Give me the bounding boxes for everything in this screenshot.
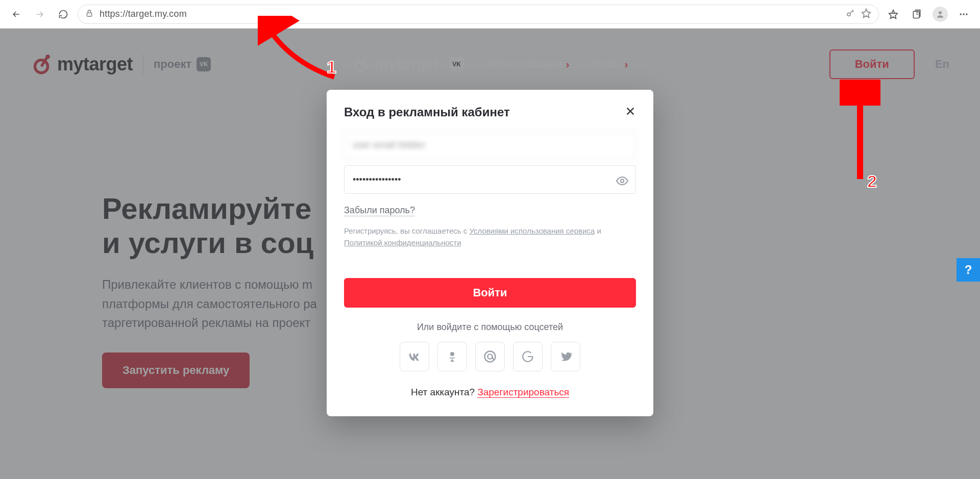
social-login-label: Или войдите с помощью соцсетей (344, 322, 636, 333)
email-input[interactable] (344, 131, 636, 159)
reload-button[interactable] (54, 5, 72, 23)
back-button[interactable] (7, 5, 26, 23)
annotation-number-1: 1 (327, 57, 336, 77)
show-password-icon[interactable] (614, 172, 631, 190)
social-google-button[interactable] (513, 342, 543, 371)
terms-link[interactable]: Условиями использования сервиса (470, 226, 595, 235)
favorites-bar-icon[interactable] (884, 5, 902, 23)
browser-toolbar: https://target.my.com (0, 0, 980, 29)
svg-point-14 (487, 354, 492, 359)
profile-button[interactable] (931, 5, 949, 23)
submit-login-button[interactable]: Войти (344, 278, 636, 308)
collections-icon[interactable] (908, 5, 926, 23)
svg-point-3 (939, 11, 942, 14)
close-icon[interactable] (625, 106, 636, 119)
svg-point-11 (621, 179, 624, 183)
modal-title: Вход в рекламный кабинет (344, 105, 510, 119)
address-bar[interactable]: https://target.my.com (78, 5, 879, 24)
lock-icon (85, 9, 93, 19)
svg-point-6 (966, 13, 967, 15)
social-vk-button[interactable] (400, 342, 429, 371)
svg-point-1 (847, 13, 850, 16)
legal-text: Регистрируясь, вы соглашаетесь с Условия… (344, 225, 636, 248)
social-mailru-button[interactable] (475, 342, 505, 371)
svg-point-4 (960, 13, 962, 15)
register-row: Нет аккаунта? Зарегистрироваться (344, 387, 636, 398)
social-twitter-button[interactable] (551, 342, 580, 371)
svg-point-5 (963, 13, 964, 15)
annotation-number-2: 2 (867, 171, 877, 191)
help-tab[interactable]: ? (957, 258, 980, 282)
favorite-icon[interactable] (861, 8, 871, 20)
url-text: https://target.my.com (100, 9, 840, 19)
svg-point-12 (450, 352, 454, 356)
svg-point-13 (485, 351, 496, 362)
register-link[interactable]: Зарегистрироваться (477, 387, 569, 398)
more-menu-icon[interactable] (954, 5, 973, 23)
privacy-link[interactable]: Политикой конфиденциальности (344, 238, 461, 247)
svg-rect-0 (87, 13, 91, 16)
forward-button[interactable] (31, 5, 49, 23)
forgot-password-link[interactable]: Забыли пароль? (344, 205, 415, 216)
social-ok-button[interactable] (437, 342, 467, 371)
key-icon[interactable] (846, 9, 855, 20)
page-body: mytarget проект VK mytarget VK Монетизац… (0, 29, 980, 479)
password-input[interactable] (344, 165, 636, 194)
login-modal: Вход в рекламный кабинет Забыли пароль? … (327, 90, 653, 416)
